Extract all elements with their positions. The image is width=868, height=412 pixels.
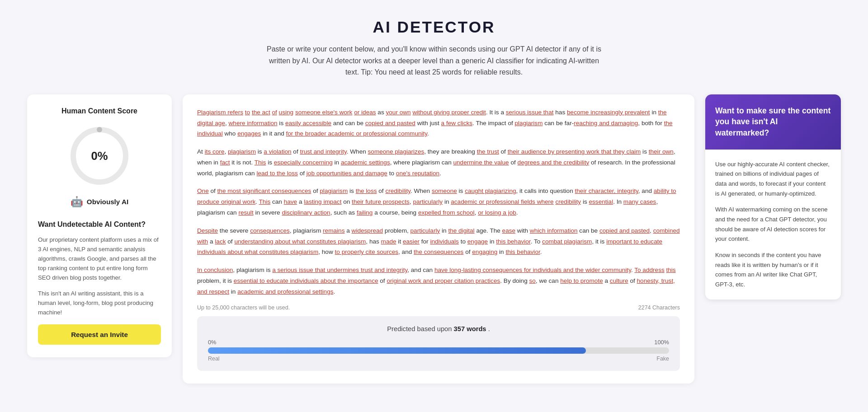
link-most-significant[interactable]: the most significant consequences: [217, 187, 311, 194]
link-ease[interactable]: ease: [502, 227, 515, 234]
link-essential[interactable]: essential: [589, 198, 613, 205]
link-digital-age-4[interactable]: the digital: [448, 227, 474, 234]
link-caught[interactable]: caught plagiarizing: [465, 187, 516, 194]
link-trust[interactable]: trust and integrity: [300, 148, 346, 155]
link-lasting[interactable]: lasting impact: [304, 198, 341, 205]
link-your-own[interactable]: your own: [386, 109, 410, 116]
link-the-trust[interactable]: the trust: [477, 148, 499, 155]
link-plagiarism-refers[interactable]: Plagiarism refers: [197, 109, 243, 116]
link-or-ideas[interactable]: or ideas: [354, 109, 376, 116]
link-academic-settings[interactable]: academic settings: [341, 159, 390, 166]
link-copied[interactable]: copied and pasted: [365, 120, 415, 126]
link-credibility-ess[interactable]: credibility: [555, 198, 581, 205]
link-this-5[interactable]: this behavior: [505, 248, 540, 255]
link-easily[interactable]: easily accessible: [285, 120, 331, 126]
link-individuals[interactable]: individuals: [430, 238, 458, 245]
link-combat[interactable]: combat plagiarism: [542, 238, 592, 245]
score-circle: 0%: [68, 124, 131, 187]
link-which[interactable]: which information: [530, 227, 578, 234]
link-engages[interactable]: engages: [237, 130, 261, 137]
link-a-serious[interactable]: a serious issue that undermines trust an…: [272, 267, 407, 273]
link-engaging[interactable]: engaging: [472, 248, 497, 255]
link-to[interactable]: to: [245, 109, 250, 116]
link-have-5[interactable]: have long-lasting consequences for indiv…: [434, 267, 631, 273]
link-essential-5[interactable]: essential to educate individuals about t…: [234, 277, 378, 284]
link-this-2[interactable]: This: [259, 198, 271, 205]
link-lack[interactable]: lack: [215, 238, 226, 245]
center-panel: Plagiarism refers to the act of using so…: [183, 94, 694, 384]
link-using[interactable]: using: [279, 109, 294, 116]
link-plagiarism-3[interactable]: plagiarism: [320, 187, 348, 194]
request-invite-button[interactable]: Request an Invite: [38, 324, 161, 345]
link-lead[interactable]: lead to the loss: [256, 170, 297, 177]
link-academic-prof[interactable]: academic or professional fields where: [451, 198, 553, 205]
link-disciplinary[interactable]: disciplinary action: [282, 209, 330, 216]
link-made[interactable]: made: [381, 238, 396, 245]
link-engage[interactable]: engage: [467, 238, 488, 245]
link-consequences-4[interactable]: consequences: [250, 227, 290, 234]
link-many-cases[interactable]: many cases: [623, 198, 656, 205]
link-the-act[interactable]: the act: [252, 109, 270, 116]
link-its-core[interactable]: its core: [205, 148, 225, 155]
link-remains[interactable]: remains: [323, 227, 344, 234]
link-result[interactable]: result: [238, 209, 253, 216]
link-so[interactable]: so: [529, 277, 536, 284]
link-in-conclusion[interactable]: In conclusion: [197, 267, 233, 273]
link-degrees[interactable]: degrees and the credibility: [518, 159, 590, 166]
link-especially[interactable]: especially concerning: [274, 159, 333, 166]
link-someone-plagiarizes[interactable]: someone plagiarizes: [368, 148, 425, 155]
link-for-broader[interactable]: for the broader academic or professional…: [286, 130, 428, 137]
link-future[interactable]: their future prospects: [352, 198, 410, 205]
link-character[interactable]: their character, integrity: [575, 187, 638, 194]
link-one[interactable]: One: [197, 187, 209, 194]
link-help[interactable]: help to promote: [560, 277, 603, 284]
link-fact[interactable]: fact: [220, 159, 230, 166]
left-description-2: This isn't an AI writing assistant, this…: [38, 289, 161, 317]
link-ones-rep[interactable]: one's reputation: [396, 170, 439, 177]
link-failing[interactable]: failing: [357, 209, 373, 216]
link-few-clicks[interactable]: a few clicks: [441, 120, 473, 126]
right-panel-para3: Know in seconds if the content you have …: [715, 250, 831, 290]
link-of[interactable]: of: [272, 109, 277, 116]
link-credibility-3[interactable]: credibility: [385, 187, 410, 194]
link-despite[interactable]: Despite: [197, 227, 218, 234]
link-expelled[interactable]: expelled from school: [418, 209, 475, 216]
link-culture[interactable]: culture: [610, 277, 628, 284]
link-to-properly[interactable]: to properly cite sources: [335, 248, 399, 255]
link-this[interactable]: This: [255, 159, 266, 166]
link-or-losing[interactable]: or losing a job: [478, 209, 516, 216]
link-someone[interactable]: someone else's work: [295, 109, 353, 116]
link-understanding[interactable]: understanding about what constitutes pla…: [234, 238, 366, 245]
link-have[interactable]: have: [284, 198, 297, 205]
link-copied-4[interactable]: copied and pasted: [599, 227, 650, 234]
link-their-own[interactable]: their own: [649, 148, 674, 155]
link-this-6[interactable]: this: [666, 267, 676, 273]
link-reaching[interactable]: reaching and damaging: [574, 120, 638, 126]
link-where[interactable]: where information: [229, 120, 278, 126]
score-value: 0%: [91, 149, 108, 162]
link-the-consequences[interactable]: the consequences: [414, 248, 463, 255]
link-someone-caught[interactable]: someone: [432, 187, 457, 194]
link-to-address[interactable]: To address: [634, 267, 665, 273]
link-particularly[interactable]: particularly: [413, 198, 443, 205]
link-plagiarism-2[interactable]: plagiarism: [228, 148, 256, 155]
link-particularly-4[interactable]: particularly: [410, 227, 440, 234]
link-the-loss[interactable]: the loss: [356, 187, 377, 194]
link-easier[interactable]: easier: [403, 238, 420, 245]
link-become[interactable]: become increasingly prevalent: [567, 109, 650, 116]
link-this-behavior[interactable]: this behavior: [496, 238, 530, 245]
link-job-opp[interactable]: job opportunities and damage: [307, 170, 387, 177]
left-panel: Human Content Score 0% 🤖 Obviously AI Wa…: [27, 94, 172, 357]
right-panel-para1: Use our highly-accurate AI content check…: [715, 159, 831, 199]
right-panel-para2: With AI watermarking coming on the scene…: [715, 205, 831, 244]
link-undermine[interactable]: undermine the value: [453, 159, 509, 166]
link-widespread[interactable]: widespread: [352, 227, 383, 234]
want-undetectable-title: Want Undetectable AI Content?: [38, 220, 161, 229]
link-without[interactable]: without giving proper credit: [412, 109, 486, 116]
link-plagiarism-impact[interactable]: plagiarism: [515, 120, 543, 126]
link-their-audience[interactable]: their audience by presenting work that t…: [508, 148, 641, 155]
link-original[interactable]: original work and proper citation practi…: [387, 277, 500, 284]
link-academic-5[interactable]: academic and professional settings: [237, 288, 333, 295]
link-serious-issue[interactable]: serious issue that: [506, 109, 554, 116]
link-a-violation[interactable]: a violation: [264, 148, 291, 155]
